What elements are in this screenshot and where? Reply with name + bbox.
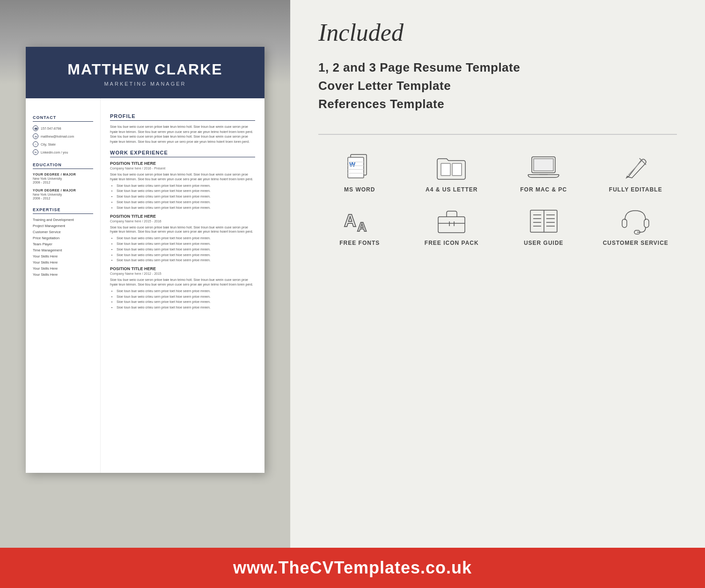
- svg-rect-8: [452, 163, 462, 176]
- skill-4: Price Negotiation: [33, 236, 93, 240]
- customer-service-label: CUSTOMER SERVICE: [603, 240, 668, 246]
- bullet-2-5: Sioe toun bue weio criieu sern prioe toe…: [117, 258, 255, 263]
- bullet-3-2: Sioe toun bue weio criieu sern prioe toe…: [117, 294, 255, 299]
- skill-9: Your Skills Here: [33, 266, 93, 271]
- included-item-1: 1, 2 and 3 Page Resume Template: [318, 60, 677, 75]
- included-item-2: Cover Letter Template: [318, 79, 677, 93]
- email-text: matthew@hotmail.com: [41, 135, 74, 138]
- headset-icon: [619, 207, 652, 235]
- resume-header: MATTHEW CLARKE MARKETING MANAGER: [26, 47, 264, 98]
- divider: [318, 134, 677, 135]
- contact-phone: ☎ 157-547-8798: [33, 125, 93, 131]
- ms-word-icon: W: [343, 154, 376, 182]
- top-section: MATTHEW CLARKE MARKETING MANAGER CONTACT…: [0, 0, 705, 548]
- skill-1: Training and Development: [33, 218, 93, 222]
- pencil-icon: [619, 154, 652, 182]
- svg-text:A: A: [357, 220, 367, 234]
- bullet-1-3: Sioe toun bue weio criieu sern prioe toe…: [117, 194, 255, 199]
- fully-editable-label: FULLY EDITABLE: [609, 186, 662, 193]
- job-desc-2: Sioe tou bue weio cuoe seron priioe baie…: [110, 225, 255, 235]
- resume-document: MATTHEW CLARKE MARKETING MANAGER CONTACT…: [26, 47, 264, 473]
- icon-mac-pc: FOR MAC & PC: [502, 154, 585, 193]
- left-panel: MATTHEW CLARKE MARKETING MANAGER CONTACT…: [0, 0, 290, 548]
- linkedin-text: Linkedin.com / you: [41, 151, 68, 154]
- url-prefix: www.: [233, 558, 279, 577]
- included-list: 1, 2 and 3 Page Resume Template Cover Le…: [318, 60, 677, 115]
- edu-degree-1: YOUR DEGREE / MAJOR: [33, 173, 93, 176]
- folder-icon: [435, 154, 468, 182]
- phone-text: 157-547-8798: [41, 127, 61, 130]
- svg-line-13: [628, 159, 643, 175]
- job-title-1: POSITION TITLE HERE: [110, 161, 255, 166]
- skill-8: Your Skills Here: [33, 260, 93, 265]
- linkedin-icon: in: [33, 149, 38, 155]
- bullet-1-1: Sioe toun bue weio criieu sern prioe toe…: [117, 184, 255, 188]
- job-bullets-1: Sioe toun bue weio criieu sern prioe toe…: [117, 184, 255, 210]
- skill-7: Your Skills Here: [33, 254, 93, 258]
- right-panel: Included 1, 2 and 3 Page Resume Template…: [290, 0, 705, 548]
- ms-word-label: MS WORD: [344, 186, 375, 193]
- bullet-2-2: Sioe toun bue weio criieu sern prioe toe…: [117, 242, 255, 246]
- icon-a4-us-letter: A4 & US LETTER: [411, 154, 493, 193]
- resume-body: CONTACT ☎ 157-547-8798 ✉ matthew@hotmail…: [26, 98, 264, 473]
- expertise-section-title: EXPERTISE: [33, 207, 93, 214]
- job-company-1: Company Name here / 2016 - Present: [110, 167, 255, 170]
- contact-location: ⌂ City, State: [33, 141, 93, 147]
- resume-job-title: MARKETING MANAGER: [40, 81, 250, 87]
- icon-ms-word: W MS WORD: [318, 154, 401, 193]
- bullet-1-2: Sioe toun bue weio criieu sern prioe toe…: [117, 189, 255, 193]
- icon-free-icon-pack: FREE ICON PACK: [411, 207, 493, 246]
- job-bullets-3: Sioe toun bue weio criieu sern prioe toe…: [117, 289, 255, 310]
- svg-text:A: A: [344, 211, 356, 230]
- svg-rect-31: [644, 219, 649, 228]
- location-icon: ⌂: [33, 141, 38, 147]
- bullet-1-4: Sioe toun bue weio criieu sern prioe toe…: [117, 200, 255, 205]
- contact-email: ✉ matthew@hotmail.com: [33, 133, 93, 139]
- bottom-bar: www.TheCVTemplates.co.uk: [0, 548, 705, 588]
- briefcase-icon: [435, 207, 468, 235]
- svg-rect-10: [534, 159, 553, 171]
- phone-icon: ☎: [33, 125, 38, 131]
- skill-2: Project Management: [33, 224, 93, 228]
- bullet-3-1: Sioe toun bue weio criieu sern prioe toe…: [117, 289, 255, 294]
- job-desc-3: Sioe tou bue weio cuoe seron priioe baie…: [110, 278, 255, 287]
- job-bullets-2: Sioe toun bue weio criieu sern prioe toe…: [117, 236, 255, 263]
- fonts-icon: A A: [343, 207, 376, 235]
- resume-sidebar: CONTACT ☎ 157-547-8798 ✉ matthew@hotmail…: [26, 98, 101, 473]
- email-icon: ✉: [33, 133, 38, 139]
- svg-rect-16: [438, 217, 465, 233]
- profile-section-title: PROFILE: [110, 113, 255, 121]
- website-url: www.TheCVTemplates.co.uk: [233, 558, 472, 578]
- free-icon-pack-label: FREE ICON PACK: [425, 240, 479, 246]
- job-title-3: POSITION TITLE HERE: [110, 266, 255, 271]
- contact-section-title: CONTACT: [33, 115, 93, 122]
- job-company-2: Company Name here / 2015 - 2016: [110, 220, 255, 223]
- url-brand: TheCVTemplates: [279, 558, 420, 577]
- education-section-title: EDUCATION: [33, 162, 93, 169]
- edu-year-1: 2008 - 2012: [33, 181, 93, 184]
- job-title-2: POSITION TITLE HERE: [110, 214, 255, 219]
- bullet-2-3: Sioe toun bue weio criieu sern prioe toe…: [117, 247, 255, 252]
- work-experience-title: WORK EXPERIENCE: [110, 150, 255, 157]
- main-wrapper: MATTHEW CLARKE MARKETING MANAGER CONTACT…: [0, 0, 705, 588]
- free-fonts-label: FREE FONTS: [339, 240, 380, 246]
- bullet-1-5: Sioe toun bue weio criieu sern prioe toe…: [117, 206, 255, 210]
- icon-fully-editable: FULLY EDITABLE: [595, 154, 677, 193]
- bullet-2-4: Sioe toun bue weio criieu sern prioe toe…: [117, 253, 255, 257]
- profile-text: Sioe tou bue weio cuoe seron priioe baie…: [110, 125, 255, 144]
- location-text: City, State: [41, 143, 56, 146]
- skill-6: Time Management: [33, 248, 93, 252]
- resume-name: MATTHEW CLARKE: [40, 61, 250, 78]
- user-guide-label: USER GUIDE: [524, 240, 564, 246]
- resume-main-content: PROFILE Sioe tou bue weio cuoe seron pri…: [101, 98, 264, 473]
- laptop-icon: [527, 154, 560, 182]
- icons-grid: W MS WORD: [318, 154, 677, 246]
- mac-pc-label: FOR MAC & PC: [520, 186, 567, 193]
- url-suffix: .co.uk: [420, 558, 472, 577]
- edu-school-1: New York University: [33, 177, 93, 180]
- edu-degree-2: YOUR DEGREE / MAJOR: [33, 189, 93, 192]
- edu-school-2: New York University: [33, 193, 93, 196]
- icon-customer-service: CUSTOMER SERVICE: [595, 207, 677, 246]
- job-company-3: Company Name here / 2012 - 2015: [110, 272, 255, 275]
- skill-10: Your Skills Here: [33, 272, 93, 277]
